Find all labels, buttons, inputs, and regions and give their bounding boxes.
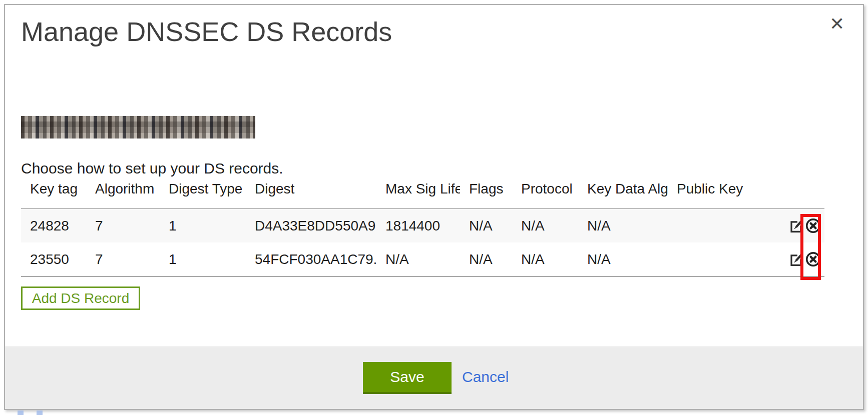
- table-row: 23550 7 1 54FCF030AA1C79... N/A N/A N/A …: [21, 242, 824, 276]
- cell-flags: N/A: [460, 242, 512, 276]
- edit-record-icon[interactable]: [789, 218, 804, 234]
- cell-max-sig-life: 1814400: [376, 208, 460, 242]
- col-header-digest-type: Digest Type: [160, 174, 246, 208]
- cell-key-tag: 23550: [21, 242, 86, 276]
- ds-records-table-wrap: Key tag Algorithm Digest Type Digest Max…: [21, 174, 824, 277]
- cell-key-tag: 24828: [21, 208, 86, 242]
- col-header-algorithm: Algorithm: [86, 174, 160, 208]
- cell-algorithm: 7: [86, 208, 160, 242]
- cell-key-data-alg: N/A: [578, 242, 668, 276]
- edit-record-icon[interactable]: [789, 252, 804, 267]
- col-header-actions: [773, 174, 824, 208]
- cell-key-data-alg: N/A: [578, 208, 668, 242]
- cell-public-key: [668, 208, 773, 242]
- background-page-artifact: [18, 410, 83, 415]
- delete-record-icon[interactable]: [805, 218, 821, 234]
- close-icon[interactable]: ✕: [825, 12, 849, 36]
- col-header-digest: Digest: [246, 174, 376, 208]
- cell-protocol: N/A: [512, 242, 578, 276]
- delete-record-icon[interactable]: [805, 251, 821, 268]
- col-header-max-sig-life: Max Sig Life: [376, 174, 460, 208]
- col-header-key-data-alg: Key Data Alg: [578, 174, 668, 208]
- cancel-link[interactable]: Cancel: [462, 368, 509, 386]
- page-title: Manage DNSSEC DS Records: [21, 16, 392, 47]
- cell-protocol: N/A: [512, 208, 578, 242]
- manage-dnssec-dialog: Manage DNSSEC DS Records ✕ Choose how to…: [4, 4, 864, 410]
- cell-max-sig-life: N/A: [376, 242, 460, 276]
- col-header-protocol: Protocol: [512, 174, 578, 208]
- cell-digest-type: 1: [160, 242, 246, 276]
- cell-digest: D4A33E8DD550A9...: [246, 208, 376, 242]
- col-header-public-key: Public Key: [668, 174, 773, 208]
- cell-digest: 54FCF030AA1C79...: [246, 242, 376, 276]
- domain-name-redacted: [21, 116, 255, 138]
- col-header-flags: Flags: [460, 174, 512, 208]
- cell-digest-type: 1: [160, 208, 246, 242]
- cell-public-key: [668, 242, 773, 276]
- ds-records-table: Key tag Algorithm Digest Type Digest Max…: [21, 174, 824, 277]
- save-button[interactable]: Save: [363, 362, 452, 394]
- table-header-row: Key tag Algorithm Digest Type Digest Max…: [21, 174, 824, 208]
- col-header-key-tag: Key tag: [21, 174, 86, 208]
- dialog-footer: Save Cancel: [5, 346, 863, 409]
- cell-algorithm: 7: [86, 242, 160, 276]
- add-ds-record-button[interactable]: Add DS Record: [21, 286, 140, 310]
- cell-flags: N/A: [460, 208, 512, 242]
- table-row: 24828 7 1 D4A33E8DD550A9... 1814400 N/A …: [21, 208, 824, 242]
